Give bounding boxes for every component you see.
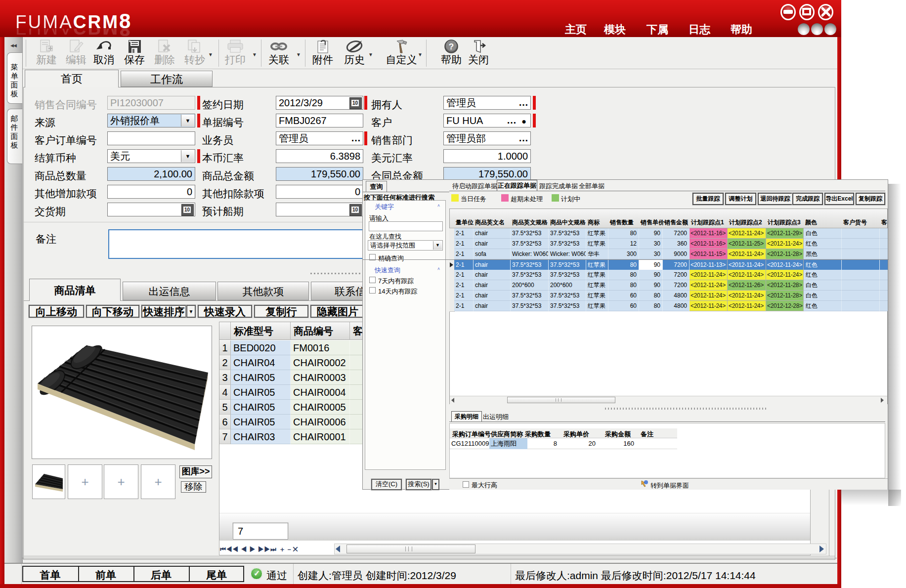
svg-text:?: ? bbox=[449, 42, 454, 51]
